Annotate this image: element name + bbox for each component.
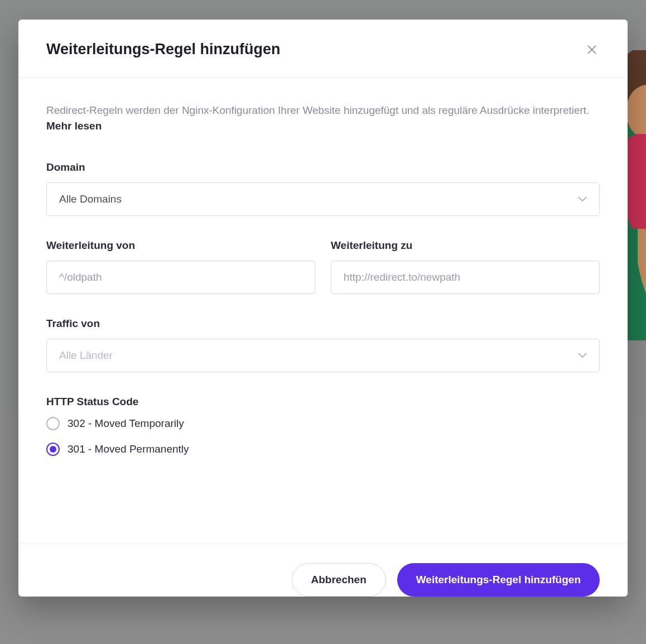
- modal-footer: Abbrechen Weiterleitungs-Regel hinzufüge…: [18, 544, 628, 597]
- modal-header: Weiterleitungs-Regel hinzufügen: [18, 20, 628, 78]
- read-more-link[interactable]: Mehr lesen: [46, 120, 102, 132]
- radio-option-301[interactable]: 301 - Moved Permanently: [46, 443, 600, 456]
- traffic-from-label: Traffic von: [46, 318, 600, 330]
- redirect-to-field: Weiterleitung zu: [331, 239, 600, 294]
- domain-label: Domain: [46, 161, 600, 174]
- radio-circle: [46, 417, 60, 430]
- radio-label-302: 302 - Moved Temporarily: [68, 417, 184, 430]
- radio-option-302[interactable]: 302 - Moved Temporarily: [46, 417, 600, 430]
- http-status-radio-group: 302 - Moved Temporarily 301 - Moved Perm…: [46, 417, 600, 456]
- http-status-field: HTTP Status Code 302 - Moved Temporarily…: [46, 396, 600, 456]
- http-status-label: HTTP Status Code: [46, 396, 600, 408]
- add-redirect-rule-modal: Weiterleitungs-Regel hinzufügen Redirect…: [18, 20, 628, 597]
- radio-label-301: 301 - Moved Permanently: [68, 443, 189, 455]
- close-button[interactable]: [584, 42, 600, 57]
- redirect-from-field: Weiterleitung von: [46, 239, 315, 294]
- chevron-down-icon: [578, 353, 587, 358]
- domain-select-value: Alle Domains: [59, 193, 122, 205]
- radio-dot: [50, 446, 56, 453]
- redirect-to-label: Weiterleitung zu: [331, 239, 600, 252]
- chevron-down-icon: [578, 196, 587, 202]
- submit-button[interactable]: Weiterleitungs-Regel hinzufügen: [397, 563, 600, 597]
- cancel-button[interactable]: Abbrechen: [292, 563, 386, 597]
- redirect-row: Weiterleitung von Weiterleitung zu: [46, 239, 600, 294]
- modal-body: Redirect-Regeln werden der Nginx-Konfigu…: [18, 78, 628, 544]
- traffic-from-select[interactable]: Alle Länder: [46, 339, 600, 372]
- traffic-from-select-placeholder: Alle Länder: [59, 349, 113, 362]
- redirect-from-label: Weiterleitung von: [46, 239, 315, 252]
- radio-circle-selected: [46, 443, 60, 456]
- traffic-from-field: Traffic von Alle Länder: [46, 318, 600, 372]
- close-icon: [587, 45, 597, 55]
- domain-field: Domain Alle Domains: [46, 161, 600, 216]
- redirect-from-input[interactable]: [46, 261, 315, 294]
- domain-select[interactable]: Alle Domains: [46, 182, 600, 216]
- modal-title: Weiterleitungs-Regel hinzufügen: [46, 41, 281, 58]
- redirect-to-input[interactable]: [331, 261, 600, 294]
- modal-description: Redirect-Regeln werden der Nginx-Konfigu…: [46, 102, 600, 119]
